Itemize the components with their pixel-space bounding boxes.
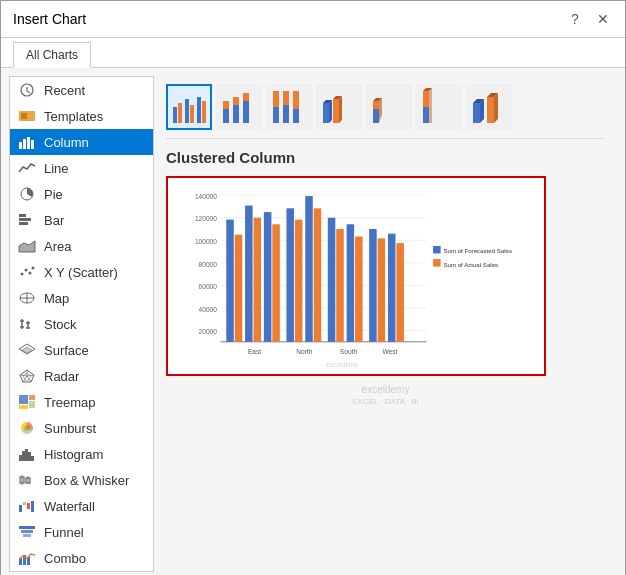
svg-rect-42 (31, 456, 34, 461)
tab-all-charts[interactable]: All Charts (13, 42, 91, 68)
bar-label: Bar (44, 213, 64, 228)
svg-rect-49 (27, 503, 30, 509)
title-bar: Insert Chart ? ✕ (1, 1, 625, 38)
svg-rect-63 (223, 109, 229, 123)
radar-icon (18, 368, 36, 384)
subtype-3d-clustered-column[interactable] (316, 84, 362, 130)
svg-rect-33 (19, 395, 28, 404)
svg-text:North: North (296, 348, 312, 355)
sidebar-item-map[interactable]: Map (10, 285, 153, 311)
funnel-icon (18, 524, 36, 540)
sidebar-item-surface[interactable]: Surface (10, 337, 153, 363)
svg-marker-94 (494, 93, 498, 123)
histogram-label: Histogram (44, 447, 103, 462)
svg-rect-69 (273, 107, 279, 123)
subtype-stacked-column[interactable] (216, 84, 262, 130)
combo-icon (18, 550, 36, 566)
templates-icon (18, 108, 36, 124)
svg-rect-2 (19, 142, 22, 149)
svg-rect-113 (245, 206, 253, 342)
svg-rect-61 (197, 97, 201, 123)
sidebar-item-funnel[interactable]: Funnel (10, 519, 153, 545)
svg-rect-47 (19, 505, 22, 512)
sidebar-item-scatter[interactable]: X Y (Scatter) (10, 259, 153, 285)
line-icon (18, 160, 36, 176)
svg-text:Sum of Actual Sales: Sum of Actual Sales (443, 261, 498, 268)
svg-rect-85 (423, 107, 429, 123)
area-label: Area (44, 239, 71, 254)
waterfall-label: Waterfall (44, 499, 95, 514)
sidebar-item-column[interactable]: Column (10, 129, 153, 155)
sidebar-item-histogram[interactable]: Histogram (10, 441, 153, 467)
svg-rect-119 (305, 196, 313, 342)
subtype-clustered-column[interactable] (166, 84, 212, 130)
svg-rect-62 (202, 101, 206, 123)
close-button[interactable]: ✕ (593, 9, 613, 29)
svg-rect-135 (433, 259, 441, 267)
svg-rect-40 (25, 449, 28, 461)
dialog-title: Insert Chart (13, 11, 86, 27)
svg-point-12 (25, 269, 28, 272)
svg-rect-124 (355, 237, 363, 342)
treemap-icon (18, 394, 36, 410)
sidebar-item-combo[interactable]: Combo (10, 545, 153, 571)
subtype-3d-column[interactable] (466, 84, 512, 130)
svg-rect-117 (286, 208, 294, 341)
sunburst-label: Sunburst (44, 421, 96, 436)
scatter-icon (18, 264, 36, 280)
svg-rect-115 (264, 212, 272, 342)
column-icon (18, 134, 36, 150)
svg-rect-78 (333, 99, 339, 123)
svg-rect-70 (273, 91, 279, 107)
svg-marker-88 (429, 88, 432, 123)
sidebar-item-radar[interactable]: Radar (10, 363, 153, 389)
watermark-text: exceldemy (362, 384, 410, 395)
svg-rect-50 (31, 501, 34, 512)
waterfall-icon (18, 498, 36, 514)
svg-rect-39 (22, 451, 25, 461)
svg-rect-51 (19, 526, 35, 529)
svg-rect-92 (487, 97, 494, 123)
svg-rect-111 (226, 220, 234, 342)
svg-rect-64 (223, 101, 229, 109)
sidebar-item-stock[interactable]: Stock (10, 311, 153, 337)
svg-rect-60 (190, 105, 194, 123)
svg-rect-118 (295, 220, 303, 342)
sunburst-icon (18, 420, 36, 436)
chart-preview-box: 140000 120000 100000 80000 60000 40000 2… (166, 176, 546, 376)
subtype-100-stacked-column[interactable] (266, 84, 312, 130)
svg-text:100000: 100000 (195, 238, 217, 245)
svg-rect-35 (29, 401, 35, 408)
sidebar-item-treemap[interactable]: Treemap (10, 389, 153, 415)
box-whisker-icon (18, 472, 36, 488)
sidebar-item-templates[interactable]: Templates (10, 103, 153, 129)
sidebar-item-waterfall[interactable]: Waterfall (10, 493, 153, 519)
svg-rect-7 (19, 214, 26, 217)
sidebar-item-line[interactable]: Line (10, 155, 153, 181)
sidebar-item-box-whisker[interactable]: Box & Whisker (10, 467, 153, 493)
recent-label: Recent (44, 83, 85, 98)
sidebar-item-sunburst[interactable]: Sunburst (10, 415, 153, 441)
column-label: Column (44, 135, 89, 150)
svg-rect-122 (336, 229, 344, 342)
svg-rect-34 (29, 395, 35, 400)
radar-label: Radar (44, 369, 79, 384)
subtype-3d-100-stacked[interactable] (416, 84, 462, 130)
sidebar-item-recent[interactable]: Recent (10, 77, 153, 103)
subtype-3d-stacked-column[interactable] (366, 84, 412, 130)
svg-text:120000: 120000 (195, 215, 217, 222)
svg-rect-1 (21, 113, 27, 119)
sidebar-item-pie[interactable]: Pie (10, 181, 153, 207)
chart-preview-svg: 140000 120000 100000 80000 60000 40000 2… (172, 182, 540, 370)
svg-rect-36 (19, 405, 28, 409)
tab-bar: All Charts (1, 38, 625, 68)
sidebar-item-area[interactable]: Area (10, 233, 153, 259)
sidebar-item-bar[interactable]: Bar (10, 207, 153, 233)
chart-subtype-row (166, 76, 605, 139)
svg-marker-77 (329, 100, 332, 123)
svg-rect-4 (27, 137, 30, 149)
help-button[interactable]: ? (565, 9, 585, 29)
svg-text:40000: 40000 (199, 306, 218, 313)
chart-type-title: Clustered Column (166, 149, 605, 166)
svg-rect-120 (314, 208, 322, 341)
